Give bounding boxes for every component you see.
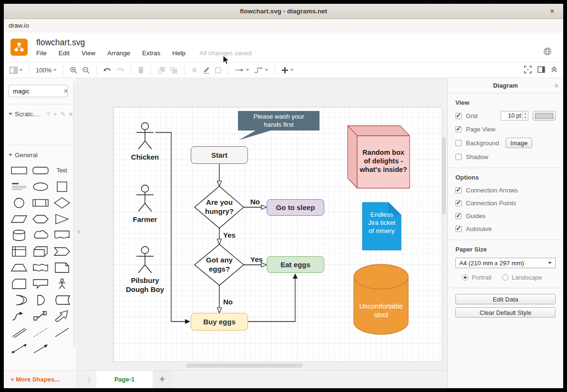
shape-cylinder[interactable]	[9, 230, 30, 241]
shape-parallelogram[interactable]	[9, 213, 30, 225]
zoom-out-button[interactable]	[82, 66, 90, 74]
menu-arrange[interactable]: Arrange	[107, 50, 130, 57]
grid-size-stepper[interactable]: ▲▼	[523, 111, 528, 121]
edge-label-no1[interactable]: No	[248, 198, 262, 207]
menu-view[interactable]: View	[82, 50, 95, 57]
landscape-radio[interactable]: Landscape	[502, 274, 542, 281]
decision-eggs-label[interactable]: Got any eggs?	[196, 256, 243, 274]
collapse-toolbar-button[interactable]	[551, 66, 557, 74]
sidebar-scrollbar[interactable]	[73, 81, 75, 348]
shape-dotted-line[interactable]	[30, 327, 52, 338]
scratchpad-section-header[interactable]: Scratc… ? + ✎ ×	[9, 108, 72, 120]
shape-diamond[interactable]	[51, 197, 72, 209]
edge-label-yes1[interactable]: Yes	[221, 231, 237, 240]
shape-document[interactable]	[51, 230, 72, 241]
shape-and[interactable]	[30, 294, 52, 306]
menu-help[interactable]: Help	[172, 50, 186, 57]
autosave-checkbox[interactable]	[455, 226, 462, 232]
shape-or[interactable]	[9, 294, 30, 306]
grid-size-input[interactable]: 10 pt	[501, 111, 523, 121]
shape-bidirectional-connector[interactable]	[9, 343, 30, 354]
clear-default-style-button[interactable]: Clear Default Style	[455, 307, 556, 318]
clear-search-icon[interactable]: ×	[64, 87, 68, 95]
shape-cube[interactable]	[30, 246, 52, 257]
page-tab-1[interactable]: Page-1	[96, 371, 153, 388]
menu-file[interactable]: File	[36, 50, 47, 57]
shape-callout[interactable]	[30, 278, 52, 290]
shape-circle[interactable]	[9, 197, 30, 209]
shadow-checkbox[interactable]	[455, 154, 462, 160]
menu-extras[interactable]: Extras	[142, 50, 160, 57]
shape-directional-connector[interactable]	[30, 343, 52, 354]
canvas-vertical-scrollbar[interactable]	[442, 137, 446, 214]
portrait-radio[interactable]: Portrait	[462, 274, 492, 281]
language-globe-icon[interactable]	[543, 47, 552, 57]
guides-checkbox[interactable]	[455, 213, 462, 219]
shape-rounded-rectangle[interactable]	[30, 165, 52, 176]
shape-rectangle[interactable]	[9, 165, 30, 176]
actor-pilsbury-label[interactable]: Pilsbury Dough Boy	[116, 276, 174, 294]
fullscreen-button[interactable]	[524, 66, 532, 75]
paper-size-select[interactable]: A4 (210 mm x 297 mm)	[455, 258, 556, 268]
edit-data-button[interactable]: Edit Data	[455, 294, 556, 304]
jira-note-label[interactable]: Endless Jira ticket of misery	[362, 211, 401, 235]
node-start[interactable]: Start	[191, 146, 248, 164]
shape-data-storage[interactable]	[51, 294, 72, 306]
connection-points-checkbox[interactable]	[455, 200, 462, 206]
shape-ellipse[interactable]	[30, 181, 52, 192]
general-section-header[interactable]: General	[9, 149, 72, 161]
shape-arrow[interactable]	[51, 311, 72, 322]
diagram-page[interactable]: Start Go to sleep Eat eggs Buy eggs Are …	[113, 107, 442, 362]
shape-triangle[interactable]	[51, 213, 72, 225]
scratchpad-drop-area[interactable]	[9, 120, 72, 141]
format-panel-close-icon[interactable]: ×	[555, 82, 558, 90]
window-close-button[interactable]: ×	[547, 6, 557, 17]
actor-farmer-label[interactable]: Farmer	[116, 215, 174, 224]
background-image-button[interactable]: Image	[505, 138, 532, 148]
shape-note[interactable]	[51, 262, 72, 273]
shape-process[interactable]	[30, 197, 52, 209]
more-shapes-button[interactable]: + More Shapes...	[4, 370, 76, 388]
shape-card[interactable]	[9, 278, 30, 290]
shape-cloud[interactable]	[30, 230, 52, 241]
shape-step[interactable]	[51, 246, 72, 257]
shape-square[interactable]	[51, 181, 72, 192]
random-box-label[interactable]: Random box of delights - what's inside?	[356, 148, 411, 174]
drawing-canvas[interactable]: Start Go to sleep Eat eggs Buy eggs Are …	[82, 78, 447, 370]
pages-menu-icon[interactable]: ⋮	[82, 371, 96, 388]
node-buy-eggs[interactable]: Buy eggs	[191, 313, 248, 331]
shape-hexagon[interactable]	[30, 213, 52, 225]
format-panel-toggle-button[interactable]	[537, 66, 545, 74]
scratchpad-help-icon[interactable]: ?	[47, 111, 50, 118]
format-panel-title[interactable]: Diagram	[493, 82, 518, 89]
delete-button[interactable]	[137, 66, 144, 74]
zoom-level-button[interactable]: 100%	[36, 67, 57, 74]
background-checkbox[interactable]	[455, 140, 462, 146]
scratchpad-add-icon[interactable]: +	[53, 111, 57, 118]
shape-link[interactable]	[9, 327, 30, 338]
menu-edit[interactable]: Edit	[59, 50, 70, 57]
connection-arrow-style-button[interactable]	[235, 67, 249, 73]
scratchpad-edit-icon[interactable]: ✎	[61, 111, 66, 118]
shape-search-input[interactable]	[9, 85, 68, 97]
shape-trapezoid[interactable]	[9, 262, 30, 273]
decision-hungry-label[interactable]: Are you hungry?	[196, 198, 243, 216]
shape-internal-storage[interactable]	[9, 246, 30, 257]
edge-label-no2[interactable]: No	[221, 298, 235, 307]
redo-button[interactable]	[116, 67, 124, 74]
node-eat-eggs[interactable]: Eat eggs	[267, 256, 324, 273]
to-front-button[interactable]	[157, 66, 165, 74]
grid-color-button[interactable]	[533, 111, 556, 121]
shape-bidirectional-arrow[interactable]	[30, 311, 52, 322]
sidebar-resize-handle[interactable]: ‖	[76, 78, 82, 388]
view-panels-button[interactable]	[10, 66, 23, 74]
add-page-button[interactable]: +	[153, 371, 172, 388]
shape-textbox[interactable]	[9, 181, 30, 192]
grid-checkbox[interactable]	[455, 113, 462, 119]
actor-chicken-label[interactable]: Chicken	[116, 153, 174, 162]
canvas-horizontal-scrollbar[interactable]	[186, 363, 303, 368]
connection-arrows-checkbox[interactable]	[455, 187, 462, 193]
window-titlebar[interactable]: flowchart.svg - diagrams.net ×	[4, 4, 563, 19]
waypoint-style-button[interactable]	[254, 67, 268, 73]
shape-line[interactable]	[51, 327, 72, 338]
